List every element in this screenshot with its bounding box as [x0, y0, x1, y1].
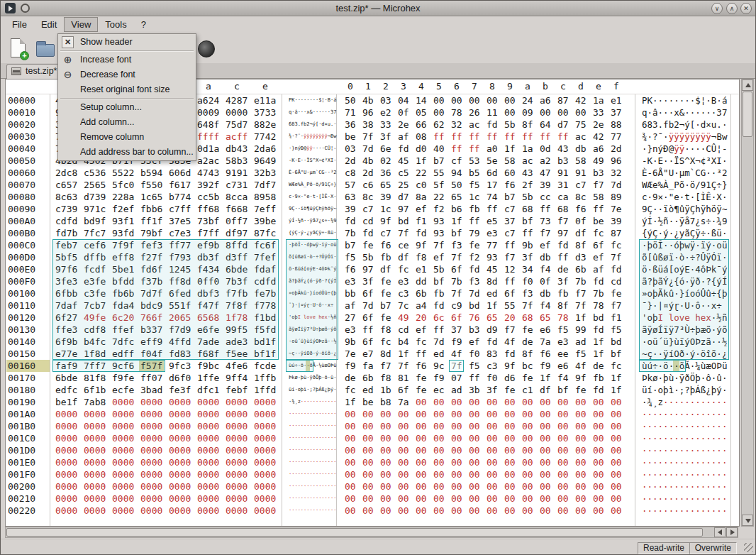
byte-cell[interactable]: b7 [380, 300, 391, 312]
word-cell[interactable]: 0000 [197, 420, 219, 432]
word-cell[interactable]: feb7 [55, 239, 77, 251]
text-cell[interactable]: WÆe%À_Põ·ö/91Ç÷} [642, 179, 727, 191]
word-cell[interactable]: 5522 [112, 167, 134, 179]
word-cell[interactable]: fbb6 [140, 203, 162, 215]
byte-cell[interactable]: 00 [469, 480, 480, 493]
new-file-button[interactable]: + [6, 35, 32, 61]
byte-cell[interactable]: e3 [398, 275, 409, 287]
byte-cell[interactable]: fe [522, 324, 533, 336]
byte-cell[interactable]: 00 [398, 420, 409, 432]
word-cell[interactable]: f37b [140, 275, 162, 287]
word-cell[interactable]: e6fe [197, 324, 219, 336]
byte-cell[interactable]: 00 [451, 444, 462, 456]
byte-cell[interactable]: f4 [540, 263, 551, 275]
byte-cell[interactable]: 5b [522, 191, 533, 203]
byte-cell[interactable]: 74 [487, 191, 498, 203]
byte-cell[interactable]: ff [416, 348, 427, 360]
byte-cell[interactable]: 00 [345, 408, 356, 420]
word-cell[interactable]: acff [226, 131, 248, 143]
byte-cell[interactable]: f3 [522, 287, 533, 300]
menu-item-setup-column[interactable]: Setup column... [58, 100, 196, 115]
byte-cell[interactable]: 00 [433, 432, 445, 444]
word-cell[interactable]: 0000 [140, 420, 162, 432]
byte-cell[interactable]: 00 [469, 420, 480, 432]
byte-cell[interactable]: d3 [575, 251, 587, 263]
word-cell[interactable]: 0000 [84, 505, 106, 517]
byte-cell[interactable]: 00 [416, 505, 427, 517]
text-cell[interactable]: ¯}·|¤ýɽ·U·ô··x÷ [642, 300, 722, 312]
byte-cell[interactable]: 66 [416, 119, 427, 131]
word-cell[interactable]: c3fe [84, 287, 106, 300]
word-cell[interactable]: d3ff [226, 251, 248, 263]
byte-cell[interactable]: 9c [433, 360, 445, 372]
byte-cell[interactable]: 8d [487, 275, 498, 287]
byte-cell[interactable]: 4f [504, 336, 516, 348]
word-cell[interactable]: 0000 [226, 106, 248, 119]
byte-cell[interactable]: f7 [575, 287, 587, 300]
text-cell[interactable]: c·9×·"e·t·[ÌÊ·X· [642, 191, 727, 203]
address-cell[interactable]: 001D0 [8, 444, 35, 456]
word-cell[interactable]: 0000 [169, 493, 191, 505]
menubar-item-file[interactable]: File [5, 17, 34, 32]
word-cell[interactable]: e3fe [84, 275, 106, 287]
word-cell[interactable]: 5be1 [112, 263, 134, 275]
text-cell[interactable]: -K·E··ÏS^X¬¢³XI· [642, 155, 727, 167]
word-cell[interactable]: 0000 [55, 468, 77, 480]
byte-cell[interactable]: ed [433, 348, 445, 360]
word-cell[interactable]: cdfd [55, 215, 77, 227]
narrow-text-cell[interactable]: c·9×·"e·t·[ÌÊ·X· [289, 191, 336, 203]
word-cell[interactable]: 0000 [197, 432, 219, 444]
word-cell[interactable]: 0000 [169, 408, 191, 420]
byte-cell[interactable]: fe [611, 287, 622, 300]
byte-cell[interactable]: 00 [345, 468, 356, 480]
byte-cell[interactable]: fe [362, 239, 374, 251]
byte-cell[interactable]: 37 [504, 215, 516, 227]
byte-cell[interactable]: 00 [487, 444, 498, 456]
text-cell[interactable]: {ýÇ·ý·¿yãÇÿ÷·ßü· [642, 227, 727, 239]
byte-cell[interactable]: 00 [416, 420, 427, 432]
word-cell[interactable]: 7eff [254, 203, 276, 215]
word-cell[interactable]: 0000 [169, 420, 191, 432]
text-cell[interactable]: ················ [642, 408, 727, 420]
byte-cell[interactable]: 00 [451, 505, 462, 517]
byte-cell[interactable]: 75 [575, 119, 587, 131]
word-cell[interactable]: f27f [140, 251, 162, 263]
byte-cell[interactable]: 6f [398, 384, 409, 396]
word-cell[interactable]: fe7b [254, 287, 276, 300]
address-cell[interactable]: 00220 [8, 505, 35, 517]
word-cell[interactable]: 8cca [226, 191, 248, 203]
byte-cell[interactable]: 7f [611, 251, 622, 263]
byte-cell[interactable]: 00 [504, 444, 516, 456]
word-cell[interactable]: ff68 [197, 203, 219, 215]
byte-cell[interactable]: f6 [345, 263, 356, 275]
byte-cell[interactable]: ff [433, 324, 445, 336]
byte-cell[interactable]: cd [362, 215, 374, 227]
byte-cell[interactable]: af [398, 131, 409, 143]
byte-cell[interactable]: 1c [380, 203, 391, 215]
byte-cell[interactable]: 1f [345, 396, 356, 408]
byte-cell[interactable]: 00 [575, 505, 587, 517]
byte-cell[interactable]: b7 [504, 191, 516, 203]
word-cell[interactable]: ffef [112, 324, 134, 336]
word-cell[interactable]: 0000 [226, 420, 248, 432]
byte-cell[interactable]: fc [380, 336, 391, 348]
word-cell[interactable]: 0000 [140, 493, 162, 505]
byte-cell[interactable]: a6 [593, 143, 604, 155]
byte-cell[interactable]: f7 [504, 324, 516, 336]
byte-cell[interactable]: ad [575, 336, 587, 348]
byte-cell[interactable]: d6 [504, 372, 516, 384]
address-cell[interactable]: 001E0 [8, 456, 35, 468]
byte-cell[interactable]: 00 [380, 456, 391, 468]
word-cell[interactable]: 0d1a [197, 143, 219, 155]
byte-cell[interactable]: 00 [433, 505, 445, 517]
word-cell[interactable]: f778 [254, 300, 276, 312]
byte-cell[interactable]: 3f [557, 275, 569, 287]
byte-cell[interactable]: 00 [487, 480, 498, 493]
word-cell[interactable]: dfc1 [197, 384, 219, 396]
word-cell[interactable]: 0000 [197, 456, 219, 468]
text-cell[interactable]: ················ [642, 444, 727, 456]
byte-cell[interactable]: ff [504, 275, 516, 287]
byte-cell[interactable]: 00 [504, 106, 516, 119]
byte-cell[interactable]: 43 [557, 143, 569, 155]
byte-cell[interactable]: 00 [469, 432, 480, 444]
